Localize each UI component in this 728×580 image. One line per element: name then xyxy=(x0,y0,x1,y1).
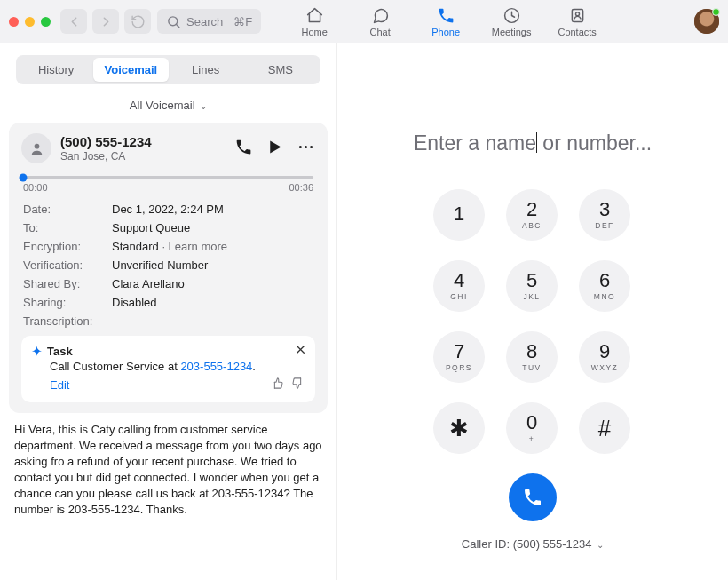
playback-scrubber[interactable] xyxy=(23,176,313,179)
left-panel: History Voicemail Lines SMS All Voicemai… xyxy=(0,43,337,580)
nav-label: Contacts xyxy=(558,27,596,37)
nav-forward-button[interactable] xyxy=(92,9,119,34)
tab-sms[interactable]: SMS xyxy=(243,58,318,82)
home-icon xyxy=(305,5,324,25)
time-current: 00:00 xyxy=(23,182,48,193)
voicemail-filter-dropdown[interactable]: All Voicemail ⌄ xyxy=(0,88,336,119)
tab-history[interactable]: History xyxy=(19,58,93,82)
keypad: 1 2ABC 3DEF 4GHI 5JKL 6MNO 7PQRS 8TUV 9W… xyxy=(433,189,632,454)
meta-date: Dec 1, 2022, 2:24 PM xyxy=(112,203,224,216)
voicemail-filter-label: All Voicemail xyxy=(130,99,195,112)
minimize-window-button[interactable] xyxy=(25,17,35,27)
more-menu-button[interactable] xyxy=(297,138,315,160)
task-phone-link[interactable]: 203-555-1234 xyxy=(180,360,252,373)
nav-label: Chat xyxy=(370,27,391,37)
call-button[interactable] xyxy=(509,473,557,521)
caller-number: (500) 555-1234 xyxy=(60,134,152,149)
nav-contacts[interactable]: Contacts xyxy=(557,5,597,37)
zoom-window-button[interactable] xyxy=(41,17,51,27)
search-icon xyxy=(166,14,181,29)
keypad-1[interactable]: 1 xyxy=(433,189,485,241)
task-title: Task xyxy=(47,345,73,358)
svg-point-7 xyxy=(299,145,302,147)
meta-encryption: Standard xyxy=(112,240,159,253)
keypad-8[interactable]: 8TUV xyxy=(506,331,558,383)
contacts-icon xyxy=(568,5,587,25)
close-window-button[interactable] xyxy=(9,17,19,27)
chevron-down-icon: ⌄ xyxy=(200,101,207,111)
meta-key: Encryption: xyxy=(23,240,112,253)
keypad-9[interactable]: 9WXYZ xyxy=(579,331,630,383)
task-text: Call Customer Service at xyxy=(50,360,180,373)
tab-lines[interactable]: Lines xyxy=(169,58,243,82)
tab-voicemail[interactable]: Voicemail xyxy=(93,58,168,82)
sparkle-icon: ✦ xyxy=(32,345,42,358)
meta-to: Support Queue xyxy=(112,221,190,234)
transcript-text: Hi Vera, this is Caty calling from custo… xyxy=(14,422,322,518)
chat-icon xyxy=(371,5,390,25)
task-close-button[interactable] xyxy=(295,343,306,359)
voicemail-card: (500) 555-1234 San Jose, CA 00:00 00:36 … xyxy=(9,123,328,413)
svg-point-5 xyxy=(34,143,39,148)
nav-label: Phone xyxy=(431,27,460,37)
task-edit-link[interactable]: Edit xyxy=(50,378,69,392)
thumbs-up-button[interactable] xyxy=(271,377,284,393)
phone-icon xyxy=(437,5,455,25)
meta-verification: Unverified Number xyxy=(112,258,208,272)
keypad-0[interactable]: 0+ xyxy=(506,402,558,454)
dial-input[interactable]: Enter a name or number... xyxy=(414,131,652,155)
search-placeholder: Search xyxy=(186,15,223,28)
dialer-panel: Enter a name or number... 1 2ABC 3DEF 4G… xyxy=(337,43,728,580)
caller-id-value: (500) 555-1234 xyxy=(513,537,592,551)
meta-key: Date: xyxy=(23,203,112,216)
caller-location: San Jose, CA xyxy=(60,150,152,163)
meta-shared-by: Clara Arellano xyxy=(112,277,185,290)
chevron-down-icon: ⌄ xyxy=(597,540,604,550)
svg-point-8 xyxy=(305,145,307,147)
play-button[interactable] xyxy=(265,138,284,160)
nav-home[interactable]: Home xyxy=(294,5,335,37)
keypad-7[interactable]: 7PQRS xyxy=(433,331,485,383)
thumbs-down-button[interactable] xyxy=(291,377,305,393)
callback-button[interactable] xyxy=(234,138,253,160)
dial-placeholder: or number... xyxy=(537,131,652,155)
meta-sharing: Disabled xyxy=(112,296,157,309)
keypad-6[interactable]: 6MNO xyxy=(579,260,630,312)
keypad-3[interactable]: 3DEF xyxy=(579,189,630,241)
search-input[interactable]: Search ⌘F xyxy=(157,9,261,34)
caller-avatar xyxy=(21,133,51,163)
main-nav: Home Chat Phone Meetings Contacts xyxy=(294,5,597,37)
keypad-star[interactable]: ✱ xyxy=(433,402,485,454)
profile-avatar[interactable] xyxy=(694,9,719,34)
task-text-end: . xyxy=(252,360,256,373)
caller-id-dropdown[interactable]: Caller ID: (500) 555-1234 ⌄ xyxy=(462,537,604,551)
phone-icon xyxy=(522,487,543,508)
window-controls xyxy=(9,17,54,27)
meta-key: Verification: xyxy=(23,258,112,272)
history-button[interactable] xyxy=(124,9,151,34)
dial-placeholder: Enter a name xyxy=(414,131,536,155)
keypad-2[interactable]: 2ABC xyxy=(506,189,558,241)
svg-point-4 xyxy=(575,12,579,15)
nav-back-button[interactable] xyxy=(60,9,87,34)
scrubber-thumb[interactable] xyxy=(20,173,28,181)
caller-id-label: Caller ID: xyxy=(462,537,513,551)
nav-label: Home xyxy=(301,27,327,37)
svg-marker-6 xyxy=(270,140,281,153)
learn-more-link[interactable]: · Learn more xyxy=(159,240,227,253)
nav-phone[interactable]: Phone xyxy=(425,5,466,37)
meta-key: Transcription: xyxy=(23,314,112,328)
meta-key: To: xyxy=(23,221,112,234)
meta-key: Sharing: xyxy=(23,296,112,309)
presence-indicator xyxy=(712,8,720,16)
nav-label: Meetings xyxy=(492,27,532,37)
keypad-4[interactable]: 4GHI xyxy=(433,260,485,312)
time-total: 00:36 xyxy=(289,182,313,193)
keypad-5[interactable]: 5JKL xyxy=(506,260,558,312)
subtabs: History Voicemail Lines SMS xyxy=(16,55,320,84)
nav-chat[interactable]: Chat xyxy=(360,5,400,37)
nav-meetings[interactable]: Meetings xyxy=(491,5,532,37)
svg-point-9 xyxy=(310,145,313,147)
task-card: ✦ Task Call Customer Service at 203-555-… xyxy=(21,336,315,402)
keypad-hash[interactable]: # xyxy=(579,402,630,454)
